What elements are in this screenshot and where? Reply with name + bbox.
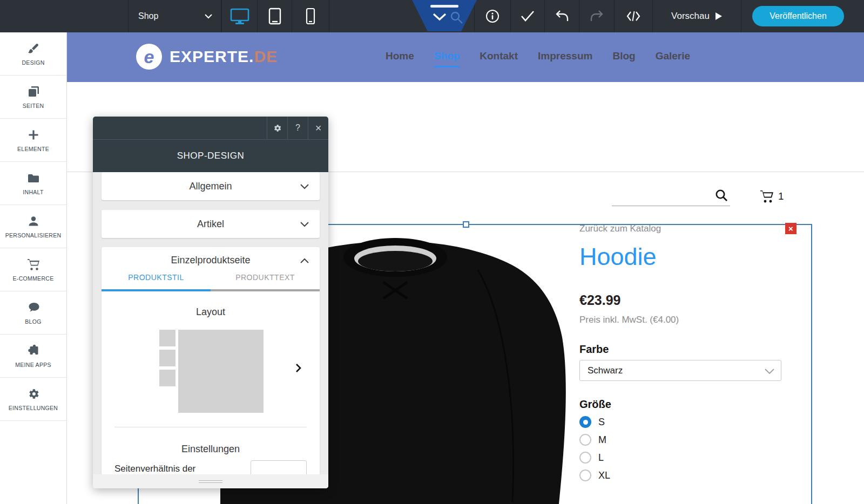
folder-icon (27, 172, 40, 185)
nav-item-blog[interactable]: Blog (612, 50, 635, 67)
chevron-up-icon (300, 258, 309, 263)
sidebar-item-label: ELEMENTE (17, 146, 49, 152)
chevron-down-icon (300, 184, 309, 189)
cart-icon (759, 189, 774, 203)
page-selector-value: Shop (138, 11, 158, 21)
sidebar-item-einstellungen[interactable]: EINSTELLUNGEN (0, 378, 66, 421)
site-logo[interactable]: e EXPERTE.DE (136, 44, 278, 70)
sidebar-item-design[interactable]: DESIGN (0, 32, 66, 76)
redo-button[interactable] (579, 0, 614, 32)
undo-icon (555, 10, 569, 23)
tablet-icon (268, 8, 281, 25)
section-einzelproduktseite: Einzelproduktseite PRODUKTSTIL PRODUKTTE… (102, 247, 320, 488)
page-selector-dropdown[interactable]: Shop (128, 0, 221, 32)
sidebar-item-personalisieren[interactable]: PERSONALISIEREN (0, 205, 66, 248)
chat-icon (27, 301, 40, 314)
top-toolbar: Shop (0, 0, 864, 32)
logo-text: EXPERTE.DE (170, 47, 278, 66)
search-icon (450, 11, 464, 25)
search-icon[interactable] (715, 189, 729, 203)
sidebar-item-seiten[interactable]: SEITEN (0, 76, 66, 119)
info-icon (485, 9, 500, 23)
section-artikel: Artikel (102, 210, 320, 238)
layout-option-thumbnail[interactable] (102, 330, 320, 413)
chevron-down-icon (433, 13, 447, 22)
panel-body: Allgemein Artikel Einzelproduktseite PRO… (93, 172, 328, 488)
sidebar-item-ecommerce[interactable]: E-COMMERCE (0, 248, 66, 291)
chevron-down-icon (300, 222, 309, 227)
sidebar-item-blog[interactable]: BLOG (0, 291, 66, 335)
aspect-ratio-label: Seitenverhältnis der (114, 464, 195, 474)
sidebar-item-label: INHALT (23, 189, 43, 195)
preview-button[interactable]: Vorschau (652, 0, 741, 32)
sidebar-item-label: E-COMMERCE (13, 275, 54, 282)
monitor-icon (230, 8, 250, 25)
code-icon (626, 10, 641, 23)
pages-icon (27, 85, 40, 98)
logo-mark: e (136, 44, 162, 70)
play-icon (715, 12, 723, 21)
panel-resize-handle[interactable] (93, 474, 328, 488)
cart-button[interactable]: 1 (759, 189, 784, 203)
section-allgemein-header[interactable]: Allgemein (102, 172, 320, 200)
product-tabs: PRODUKTSTIL PRODUKTTEXT (102, 273, 320, 291)
sidebar-item-meine-apps[interactable]: MEINE APPS (0, 335, 66, 378)
selection-drag-handle[interactable] (463, 221, 469, 228)
delete-element-button[interactable]: × (785, 223, 796, 234)
panel-title: SHOP-DESIGN (93, 139, 328, 172)
sidebar-item-label: EINSTELLUNGEN (9, 405, 58, 411)
shop-design-panel: ? × SHOP-DESIGN Allgemein Artikel Einzel… (93, 117, 328, 488)
desktop-preview-button[interactable] (221, 0, 257, 32)
sidebar-item-elemente[interactable]: ELEMENTE (0, 119, 66, 162)
flyout-bar (430, 5, 458, 8)
publish-button[interactable]: Veröffentlichen (752, 6, 844, 26)
gear-icon (273, 124, 282, 133)
panel-settings-button[interactable] (267, 117, 287, 139)
mobile-preview-button[interactable] (292, 0, 329, 32)
code-view-button[interactable] (614, 0, 652, 32)
nav-item-shop[interactable]: Shop (434, 50, 460, 67)
panel-close-button[interactable]: × (308, 117, 328, 139)
shop-search-input[interactable] (612, 191, 730, 206)
preview-label: Vorschau (671, 11, 710, 22)
nav-item-galerie[interactable]: Galerie (656, 50, 690, 67)
save-confirm-button[interactable] (510, 0, 544, 32)
cart-icon (26, 258, 40, 271)
section-allgemein: Allgemein (102, 172, 320, 200)
nav-item-kontakt[interactable]: Kontakt (480, 50, 518, 67)
layout-thumb-large-square (178, 330, 264, 413)
editor-sidebar: DESIGN SEITEN ELEMENTE INHALT PERSONALIS… (0, 32, 67, 504)
navigation-search-flyout[interactable] (412, 0, 477, 31)
layout-thumb-small-squares (159, 330, 176, 386)
info-button[interactable] (474, 0, 510, 32)
nav-item-impressum[interactable]: Impressum (538, 50, 592, 67)
settings-heading: Einstellungen (102, 444, 320, 455)
section-einzelproduktseite-header[interactable]: Einzelproduktseite (102, 247, 320, 273)
nav-item-home[interactable]: Home (386, 50, 414, 67)
tab-produkttext[interactable]: PRODUKTTEXT (211, 273, 320, 291)
section-artikel-header[interactable]: Artikel (102, 210, 320, 238)
sidebar-item-label: BLOG (25, 318, 41, 325)
panel-divider (114, 427, 307, 427)
user-icon (27, 215, 40, 228)
site-header: e EXPERTE.DE Home Shop Kontakt Impressum… (67, 32, 864, 82)
grip-icon (199, 480, 222, 483)
puzzle-icon (27, 344, 40, 357)
site-navigation: Home Shop Kontakt Impressum Blog Galerie (386, 50, 690, 67)
sidebar-item-label: PERSONALISIEREN (5, 232, 62, 239)
tablet-preview-button[interactable] (257, 0, 292, 32)
sidebar-item-label: MEINE APPS (15, 362, 51, 368)
panel-titlebar[interactable]: ? × (93, 117, 328, 139)
sidebar-item-label: SEITEN (23, 103, 44, 109)
brush-icon (27, 42, 40, 55)
tab-produktstil[interactable]: PRODUKTSTIL (102, 273, 211, 291)
check-icon (521, 10, 535, 22)
panel-help-button[interactable]: ? (287, 117, 308, 139)
undo-button[interactable] (544, 0, 579, 32)
editor-window: Shop (0, 0, 864, 504)
phone-icon (306, 8, 315, 25)
plus-icon (27, 128, 40, 141)
sidebar-item-inhalt[interactable]: INHALT (0, 162, 66, 205)
chevron-right-icon[interactable] (295, 363, 301, 373)
cart-count-badge: 1 (778, 190, 784, 202)
